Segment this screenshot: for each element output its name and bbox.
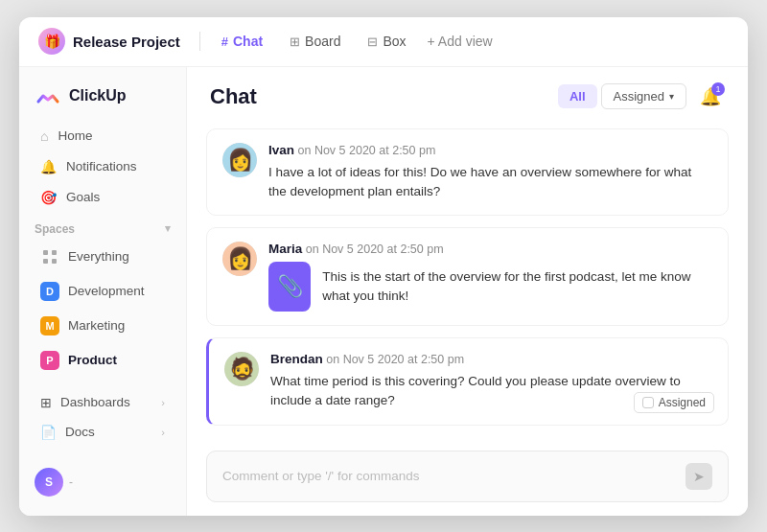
filter-all-button[interactable]: All (558, 84, 597, 108)
chat-header-right: All Assigned ▾ 🔔 1 (558, 82, 725, 111)
ivan-meta: Ivan on Nov 5 2020 at 2:50 pm (268, 143, 712, 157)
project-name: Release Project (73, 34, 180, 50)
product-badge: P (40, 351, 59, 370)
project-info: 🎁 Release Project (38, 28, 180, 55)
brendan-timestamp: on Nov 5 2020 at 2:50 pm (326, 353, 464, 366)
tab-chat-label: Chat (233, 34, 263, 49)
ivan-text: I have a lot of ideas for this! Do we ha… (268, 163, 712, 202)
sidebar-item-docs[interactable]: 📄 Docs › (25, 418, 180, 447)
ivan-body: Ivan on Nov 5 2020 at 2:50 pm I have a l… (268, 143, 712, 202)
comment-box: Comment or type '/' for commands ➤ (187, 439, 748, 516)
ivan-avatar: 👩 (222, 143, 257, 177)
sidebar-item-dashboards[interactable]: ⊞ Dashboards › (25, 388, 180, 417)
brendan-author: Brendan (270, 352, 323, 366)
tab-box[interactable]: ⊟ Box (358, 28, 415, 55)
svg-rect-3 (52, 259, 57, 264)
sidebar-extra-sections: ⊞ Dashboards › 📄 Docs › (19, 387, 186, 448)
add-view-button[interactable]: + Add view (428, 34, 493, 49)
sidebar-home-label: Home (58, 128, 92, 143)
notif-badge: 1 (711, 82, 725, 96)
attachment-thumbnail: 📎 (268, 262, 311, 312)
assigned-tag[interactable]: Assigned (634, 392, 714, 413)
message-brendan: 🧔 Brendan on Nov 5 2020 at 2:50 pm What … (206, 337, 729, 426)
brendan-avatar: 🧔 (224, 352, 259, 386)
bell-icon: 🔔 (40, 159, 57, 174)
ivan-author: Ivan (268, 143, 294, 157)
assigned-chevron-icon: ▾ (669, 91, 674, 102)
chat-title: Chat (210, 84, 257, 109)
maria-author: Maria (268, 242, 302, 256)
content-area: Chat All Assigned ▾ 🔔 1 (187, 67, 748, 516)
spaces-section-label: Spaces ▾ (19, 213, 186, 240)
sidebar-space-marketing[interactable]: M Marketing (25, 310, 180, 342)
project-icon: 🎁 (38, 28, 65, 55)
sidebar: ClickUp ⌂ Home 🔔 Notifications 🎯 Goals S… (19, 67, 187, 516)
sidebar-item-goals[interactable]: 🎯 Goals (25, 183, 180, 212)
app-window: 🎁 Release Project # Chat ⊞ Board ⊟ Box +… (19, 17, 748, 516)
maria-body: Maria on Nov 5 2020 at 2:50 pm 📎 This is… (268, 242, 712, 312)
clickup-logo-icon (35, 82, 61, 109)
maria-avatar: 👩 (222, 242, 257, 276)
everything-label: Everything (68, 249, 129, 264)
tab-box-label: Box (383, 34, 406, 49)
marketing-badge: M (40, 316, 59, 335)
svg-rect-1 (52, 250, 57, 255)
goals-icon: 🎯 (40, 190, 57, 205)
message-maria: 👩 Maria on Nov 5 2020 at 2:50 pm 📎 This … (206, 227, 729, 326)
product-label: Product (68, 353, 117, 367)
filter-buttons: All Assigned ▾ (558, 83, 686, 109)
chat-tab-icon: # (221, 35, 228, 49)
ivan-timestamp: on Nov 5 2020 at 2:50 pm (298, 144, 436, 157)
filter-assigned-button[interactable]: Assigned ▾ (601, 83, 686, 109)
spaces-chevron-icon: ▾ (165, 222, 171, 235)
messages-list: 👩 Ivan on Nov 5 2020 at 2:50 pm I have a… (187, 121, 748, 439)
main-layout: ClickUp ⌂ Home 🔔 Notifications 🎯 Goals S… (19, 67, 748, 516)
svg-rect-0 (43, 250, 48, 255)
home-icon: ⌂ (40, 128, 48, 144)
sidebar-space-development[interactable]: D Development (25, 275, 180, 308)
everything-icon (40, 247, 59, 266)
send-button[interactable]: ➤ (686, 463, 712, 490)
sidebar-space-product[interactable]: P Product (25, 344, 180, 377)
development-label: Development (68, 284, 145, 298)
comment-placeholder: Comment or type '/' for commands (222, 469, 419, 483)
assigned-checkbox[interactable] (642, 397, 654, 408)
topbar: 🎁 Release Project # Chat ⊞ Board ⊟ Box +… (19, 17, 748, 67)
board-tab-icon: ⊞ (290, 35, 300, 49)
docs-label: Docs (65, 425, 95, 439)
user-status: - (69, 475, 73, 489)
dashboards-icon: ⊞ (40, 395, 52, 410)
avatar: S (35, 468, 63, 497)
sidebar-item-home[interactable]: ⌂ Home (25, 122, 180, 150)
logo: ClickUp (19, 79, 186, 121)
maria-text: This is the start of the overview for th… (322, 267, 712, 307)
maria-attachment: 📎 This is the start of the overview for … (268, 262, 712, 312)
docs-icon: 📄 (40, 425, 57, 440)
tab-board-label: Board (305, 34, 340, 49)
notification-icon[interactable]: 🔔 1 (696, 82, 725, 111)
tab-board[interactable]: ⊞ Board (280, 28, 350, 55)
sidebar-notifications-label: Notifications (66, 159, 137, 173)
send-icon: ➤ (693, 469, 705, 484)
assigned-tag-label: Assigned (659, 396, 706, 409)
tab-chat[interactable]: # Chat (212, 28, 272, 55)
message-ivan: 👩 Ivan on Nov 5 2020 at 2:50 pm I have a… (206, 128, 729, 217)
assigned-filter-label: Assigned (614, 89, 664, 104)
add-view-label: + Add view (428, 34, 493, 49)
sidebar-item-notifications[interactable]: 🔔 Notifications (25, 152, 180, 181)
chat-header: Chat All Assigned ▾ 🔔 1 (187, 67, 748, 121)
sidebar-space-everything[interactable]: Everything (25, 241, 180, 273)
maria-timestamp: on Nov 5 2020 at 2:50 pm (306, 243, 444, 256)
dashboards-chevron-icon: › (161, 397, 165, 408)
comment-input[interactable]: Comment or type '/' for commands ➤ (206, 451, 729, 502)
marketing-label: Marketing (68, 318, 125, 333)
docs-chevron-icon: › (161, 427, 165, 438)
brendan-meta: Brendan on Nov 5 2020 at 2:50 pm (270, 352, 712, 366)
sidebar-goals-label: Goals (66, 190, 100, 204)
logo-text: ClickUp (69, 87, 127, 104)
svg-rect-2 (43, 259, 48, 264)
topbar-divider (199, 32, 200, 51)
development-badge: D (40, 282, 59, 301)
user-avatar-bar[interactable]: S - (19, 460, 186, 504)
maria-meta: Maria on Nov 5 2020 at 2:50 pm (268, 242, 712, 256)
